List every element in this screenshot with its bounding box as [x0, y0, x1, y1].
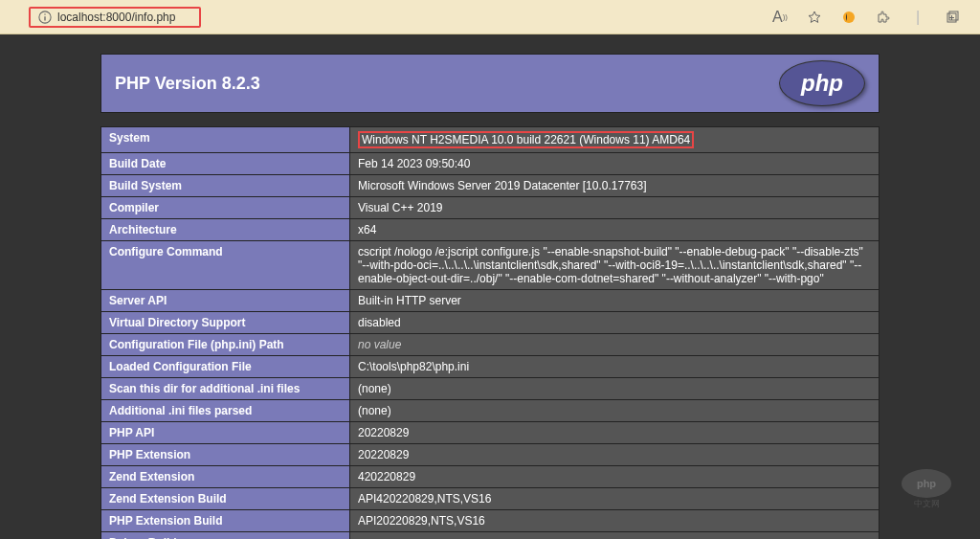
- table-row: Configure Commandcscript /nologo /e:jscr…: [101, 241, 880, 290]
- extensions-icon[interactable]: [875, 9, 892, 26]
- row-label: Configuration File (php.ini) Path: [101, 334, 350, 356]
- row-value: Built-in HTTP server: [350, 290, 880, 312]
- url-input-area[interactable]: localhost:8000/info.php: [29, 7, 201, 28]
- table-row: Build DateFeb 14 2023 09:50:40: [101, 153, 880, 175]
- row-value: 420220829: [350, 466, 880, 488]
- svg-rect-5: [949, 11, 958, 20]
- svg-point-3: [843, 11, 855, 23]
- row-value: Windows NT H2SMEDIA 10.0 build 22621 (Wi…: [350, 127, 880, 153]
- row-value: 20220829: [350, 422, 880, 444]
- row-value: disabled: [350, 312, 880, 334]
- table-row: Scan this dir for additional .ini files(…: [101, 378, 880, 400]
- table-row: PHP Extension20220829: [101, 444, 880, 466]
- browser-toolbar-icons: A)) |: [771, 9, 970, 26]
- read-aloud-icon[interactable]: A)): [771, 9, 789, 26]
- info-icon: [38, 11, 52, 24]
- table-row: Zend Extension BuildAPI420220829,NTS,VS1…: [101, 488, 880, 510]
- table-row: Architecturex64: [101, 219, 880, 241]
- php-version-title: PHP Version 8.2.3: [115, 74, 260, 94]
- table-row: Loaded Configuration FileC:\tools\php82\…: [101, 356, 880, 378]
- favorite-icon[interactable]: [806, 9, 823, 26]
- table-row: Debug Buildno: [101, 532, 880, 540]
- row-value: Microsoft Windows Server 2019 Datacenter…: [350, 175, 880, 197]
- row-label: Build System: [101, 175, 350, 197]
- table-row: Additional .ini files parsed(none): [101, 400, 880, 422]
- row-label: Debug Build: [101, 532, 350, 540]
- watermark: php 中文网: [902, 469, 951, 510]
- row-label: Compiler: [101, 197, 350, 219]
- table-row: CompilerVisual C++ 2019: [101, 197, 880, 219]
- row-value: no value: [350, 334, 880, 356]
- table-row: Build SystemMicrosoft Windows Server 201…: [101, 175, 880, 197]
- php-info-header: PHP Version 8.2.3 php: [100, 54, 880, 113]
- row-value: Feb 14 2023 09:50:40: [350, 153, 880, 175]
- table-row: Configuration File (php.ini) Pathno valu…: [101, 334, 880, 356]
- collections-icon[interactable]: [944, 9, 961, 26]
- row-label: System: [101, 127, 350, 153]
- table-row: Server APIBuilt-in HTTP server: [101, 290, 880, 312]
- row-label: Configure Command: [101, 241, 350, 290]
- row-value: no: [350, 532, 880, 540]
- watermark-logo: php: [902, 469, 951, 498]
- row-value: 20220829: [350, 444, 880, 466]
- row-label: PHP API: [101, 422, 350, 444]
- browser-address-bar: localhost:8000/info.php A)) |: [0, 0, 980, 34]
- row-value: x64: [350, 219, 880, 241]
- row-value: API420220829,NTS,VS16: [350, 488, 880, 510]
- row-value: Visual C++ 2019: [350, 197, 880, 219]
- table-row: PHP Extension BuildAPI20220829,NTS,VS16: [101, 510, 880, 532]
- divider: |: [909, 9, 926, 26]
- table-row: SystemWindows NT H2SMEDIA 10.0 build 226…: [101, 127, 880, 153]
- row-label: Build Date: [101, 153, 350, 175]
- url-text: localhost:8000/info.php: [57, 11, 175, 24]
- row-label: PHP Extension Build: [101, 510, 350, 532]
- row-label: Additional .ini files parsed: [101, 400, 350, 422]
- page-content: PHP Version 8.2.3 php SystemWindows NT H…: [0, 34, 980, 539]
- row-label: Zend Extension Build: [101, 488, 350, 510]
- row-label: Architecture: [101, 219, 350, 241]
- row-label: Virtual Directory Support: [101, 312, 350, 334]
- row-label: Scan this dir for additional .ini files: [101, 378, 350, 400]
- row-value: (none): [350, 378, 880, 400]
- row-value: API20220829,NTS,VS16: [350, 510, 880, 532]
- row-label: PHP Extension: [101, 444, 350, 466]
- watermark-text: 中文网: [902, 498, 951, 510]
- table-row: PHP API20220829: [101, 422, 880, 444]
- php-info-table: SystemWindows NT H2SMEDIA 10.0 build 226…: [100, 126, 880, 539]
- circle-icon[interactable]: [840, 9, 858, 26]
- row-value: C:\tools\php82\php.ini: [350, 356, 880, 378]
- row-label: Zend Extension: [101, 466, 350, 488]
- table-row: Zend Extension420220829: [101, 466, 880, 488]
- table-row: Virtual Directory Supportdisabled: [101, 312, 880, 334]
- row-label: Server API: [101, 290, 350, 312]
- row-value: (none): [350, 400, 880, 422]
- svg-point-2: [44, 13, 45, 14]
- php-logo: php: [779, 60, 865, 106]
- row-label: Loaded Configuration File: [101, 356, 350, 378]
- row-value: cscript /nologo /e:jscript configure.js …: [350, 241, 880, 290]
